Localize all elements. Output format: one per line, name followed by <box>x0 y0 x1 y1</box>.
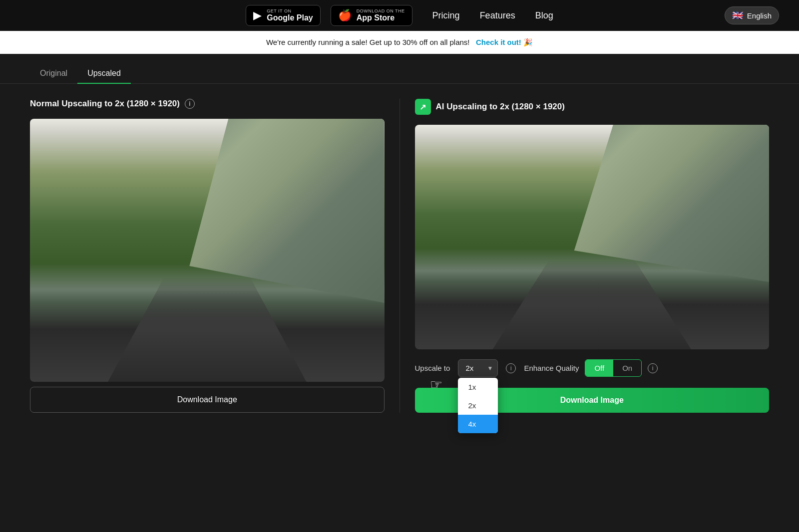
scale-dropdown-wrapper: 2x ▼ 1x 2x 4x <box>458 359 498 377</box>
toggle-off-button[interactable]: Off <box>585 360 613 376</box>
google-play-get-text: GET IT ON <box>267 8 313 13</box>
enhance-section: Enhance Quality Off On i <box>524 359 658 377</box>
enhance-quality-label: Enhance Quality <box>524 364 579 372</box>
scale-option-4x[interactable]: 4x <box>458 415 498 433</box>
flag-icon: 🇬🇧 <box>732 10 743 21</box>
controls-area: Upscale to 2x ▼ 1x 2x <box>415 359 770 413</box>
app-store-get-text: Download on the <box>357 8 405 13</box>
upscale-controls: Upscale to 2x ▼ 1x 2x <box>415 359 770 377</box>
panel-divider <box>400 99 400 413</box>
cliff-left <box>189 119 384 303</box>
left-image-container <box>30 119 385 382</box>
header: ▶ GET IT ON Google Play 🍎 Download on th… <box>0 0 799 31</box>
pricing-link[interactable]: Pricing <box>432 10 460 21</box>
right-panel: ↗ AI Upscaling to 2x (1280 × 1920) Upsca… <box>415 99 770 413</box>
toggle-on-button[interactable]: On <box>613 360 641 376</box>
nav-links: Pricing Features Blog <box>432 10 553 21</box>
tabs-bar: Original Upscaled <box>0 54 799 84</box>
left-image <box>30 119 385 382</box>
road-right <box>450 260 734 349</box>
cliff-right <box>574 125 769 282</box>
app-store-name-text: App Store <box>357 13 405 22</box>
google-play-button[interactable]: ▶ GET IT ON Google Play <box>246 5 320 26</box>
enhance-toggle-group: Off On <box>585 359 642 377</box>
tab-upscaled[interactable]: Upscaled <box>77 64 131 84</box>
tab-original[interactable]: Original <box>30 64 77 84</box>
sale-banner: We're currently running a sale! Get up t… <box>0 31 799 54</box>
right-panel-header: ↗ AI Upscaling to 2x (1280 × 1920) <box>415 99 770 115</box>
language-button[interactable]: 🇬🇧 English <box>725 6 779 24</box>
apple-icon: 🍎 <box>338 9 352 22</box>
left-panel-header: Normal Upscaling to 2x (1280 × 1920) i <box>30 99 385 109</box>
panels-wrapper: Normal Upscaling to 2x (1280 × 1920) i D… <box>30 99 769 413</box>
app-store-button[interactable]: 🍎 Download on the App Store <box>331 5 412 26</box>
road-left <box>65 276 349 382</box>
scale-option-1x[interactable]: 1x <box>458 378 498 396</box>
sale-text: We're currently running a sale! Get up t… <box>266 38 470 46</box>
google-play-icon: ▶ <box>253 9 262 22</box>
right-image <box>415 125 770 349</box>
right-panel-title: AI Upscaling to 2x (1280 × 1920) <box>436 102 565 112</box>
left-info-icon[interactable]: i <box>185 99 195 109</box>
left-panel: Normal Upscaling to 2x (1280 × 1920) i D… <box>30 99 385 413</box>
scale-option-2x[interactable]: 2x <box>458 396 498 415</box>
right-image-container <box>415 125 770 349</box>
enhance-info-icon[interactable]: i <box>648 363 658 373</box>
left-panel-title: Normal Upscaling to 2x (1280 × 1920) <box>30 99 180 109</box>
upscale-info-icon[interactable]: i <box>506 363 516 373</box>
scale-dropdown[interactable]: 2x <box>458 359 498 377</box>
blog-link[interactable]: Blog <box>535 10 553 21</box>
sale-link[interactable]: Check it out! 🎉 <box>476 38 533 46</box>
upscale-to-label: Upscale to <box>415 364 450 372</box>
features-link[interactable]: Features <box>480 10 515 21</box>
language-label: English <box>747 11 772 20</box>
main-content: Normal Upscaling to 2x (1280 × 1920) i D… <box>0 84 799 428</box>
google-play-name-text: Google Play <box>267 13 313 22</box>
ai-upscale-icon: ↗ <box>415 99 431 115</box>
scale-dropdown-menu: 1x 2x 4x <box>458 378 498 433</box>
left-download-button[interactable]: Download Image <box>30 387 385 413</box>
